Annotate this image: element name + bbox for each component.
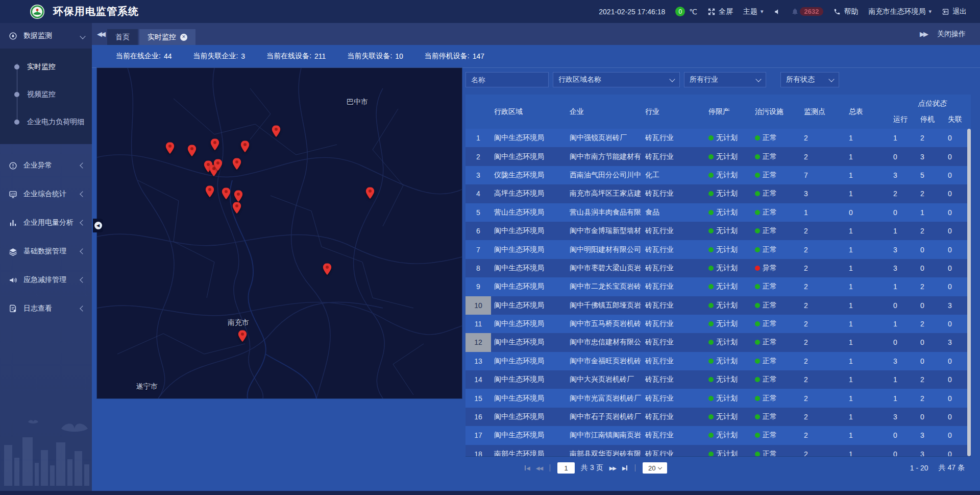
- status-dot-icon: [755, 154, 760, 159]
- sidebar-subitem[interactable]: 企业电力负荷明细: [0, 108, 92, 136]
- sidebar-item[interactable]: 企业异常: [0, 151, 92, 180]
- sidebar-item[interactable]: 企业综合统计: [0, 180, 92, 208]
- tab[interactable]: 实时监控 ✕: [139, 29, 195, 45]
- row-limit-status: 无计划: [708, 296, 754, 315]
- map-pin-icon[interactable]: [233, 202, 241, 214]
- last-page-button[interactable]: ▶: [622, 465, 628, 471]
- map-pin-icon[interactable]: [233, 158, 241, 170]
- pager-divider: [635, 464, 635, 472]
- tab-close-icon[interactable]: ✕: [180, 34, 187, 41]
- page-number-input[interactable]: 1: [557, 462, 575, 474]
- row-facility-status: 异常: [754, 259, 804, 277]
- sidebar-item[interactable]: 日志查看: [0, 294, 92, 323]
- chevron-left-icon: [81, 220, 85, 226]
- row-meter-count: 1: [849, 333, 893, 351]
- sidebar-item-data-monitoring[interactable]: 数据监测: [0, 23, 92, 49]
- next-page-button[interactable]: ▶▶: [609, 465, 616, 471]
- map[interactable]: 巴中市 南充市 遂宁市: [97, 68, 462, 398]
- footer-strip: [0, 491, 980, 495]
- table-row[interactable]: 7 阆中生态环境局 阆中明阳建材有限公司 砖瓦行业 无计划 正常 2 1: [465, 240, 971, 258]
- theme-dropdown[interactable]: 主题 ▾: [743, 7, 764, 16]
- status-dot-icon: [708, 247, 714, 252]
- row-index: 9: [465, 277, 491, 296]
- sidebar-subitem[interactable]: 视频监控: [0, 81, 92, 108]
- enterprise-panel: 行政区域名称 所有行业 所有状态 行政区域 企业 行业 停限产 治污设施 监测点…: [465, 68, 971, 483]
- row-industry: 砖瓦行业: [644, 389, 708, 407]
- map-pin-icon[interactable]: [238, 330, 247, 342]
- logout-button[interactable]: 退出: [942, 7, 967, 16]
- table-row[interactable]: 8 阆中生态环境局 阆中市枣碧大梁山页岩 砖瓦行业 无计划 异常 2 1: [465, 259, 971, 277]
- first-page-button[interactable]: ◀: [524, 465, 530, 471]
- table-row[interactable]: 13 阆中生态环境局 阆中市金福旺页岩机砖 砖瓦行业 无计划 正常 2 1: [465, 352, 971, 370]
- status-dot-icon: [708, 414, 714, 419]
- col-group-point-status: 点位状态 运行 停机 失联: [893, 95, 971, 129]
- row-monitor-count: 2: [804, 333, 849, 351]
- map-pin-icon[interactable]: [214, 159, 223, 171]
- map-pin-icon[interactable]: [222, 187, 231, 199]
- map-pin-icon[interactable]: [241, 140, 250, 152]
- map-pin-icon[interactable]: [211, 138, 219, 150]
- table-row[interactable]: 6 阆中生态环境局 阆中市金博瑞新型墙材 砖瓦行业 无计划 正常 2 1: [465, 222, 971, 240]
- map-pin-icon[interactable]: [188, 145, 197, 156]
- row-monitor-count: 2: [804, 277, 849, 296]
- sidebar-item[interactable]: 基础数据管理: [0, 237, 92, 266]
- row-facility-status: 正常: [754, 315, 804, 333]
- table-scrollbar[interactable]: [967, 129, 971, 456]
- map-pin-icon[interactable]: [166, 142, 175, 154]
- table-row[interactable]: 12 阆中生态环境局 阆中市忠信建材有限公 砖瓦行业 无计划 正常 2 1: [465, 333, 971, 351]
- tabs-scroll-right-icon[interactable]: ▶▶: [920, 30, 927, 38]
- row-region: 仪陇生态环境局: [491, 166, 568, 184]
- sidebar-collapse-handle[interactable]: ◀: [93, 219, 103, 232]
- speaker-icon[interactable]: [774, 8, 781, 16]
- tabs-scroll-left-icon[interactable]: ◀◀: [97, 30, 104, 38]
- fullscreen-button[interactable]: 全屏: [707, 7, 733, 16]
- table-row[interactable]: 5 营山生态环境局 营山县润丰肉食品有限 食品 无计划 正常 1 0: [465, 203, 971, 222]
- org-dropdown[interactable]: 南充市生态环境局 ▾: [868, 7, 932, 16]
- row-limit-status: 无计划: [708, 166, 754, 184]
- close-operations-button[interactable]: 关闭操作: [937, 30, 966, 39]
- datetime-label: 2021-02-25 17:46:18: [599, 8, 665, 16]
- map-pin-icon[interactable]: [272, 125, 281, 137]
- table-row[interactable]: 10 阆中生态环境局 阆中千佛镇五郎垭页岩 砖瓦行业 无计划 正常 2 1: [465, 296, 971, 315]
- region-select[interactable]: 行政区域名称: [553, 72, 680, 87]
- table-row[interactable]: 9 阆中生态环境局 阆中市二龙长宝页岩砖 砖瓦行业 无计划 正常 2 1: [465, 277, 971, 296]
- row-stop-count: 3: [920, 153, 948, 161]
- row-monitor-count: 2: [804, 352, 849, 370]
- sidebar-subitem[interactable]: 实时监控: [0, 53, 92, 81]
- table-row[interactable]: 16 阆中生态环境局 阆中市石子页岩机砖厂 砖瓦行业 无计划 正常 2 1: [465, 408, 971, 426]
- prev-page-button[interactable]: ◀◀: [536, 465, 543, 471]
- sidebar-item[interactable]: 应急减排管理: [0, 266, 92, 294]
- row-company: 南充市高坪区王家店建: [568, 184, 644, 203]
- map-pin-icon[interactable]: [234, 190, 243, 202]
- row-industry: 砖瓦行业: [644, 147, 708, 166]
- temperature-unit: ℃: [689, 8, 697, 16]
- table-row[interactable]: 3 仪陇生态环境局 西南油气田分公司川中 化工 无计划 正常 7 1: [465, 166, 971, 184]
- row-monitor-count: 7: [804, 166, 849, 184]
- table-row[interactable]: 11 阆中生态环境局 阆中市五马桥页岩机砖 砖瓦行业 无计划 正常 2 1: [465, 315, 971, 333]
- table-row[interactable]: 14 阆中生态环境局 阆中大兴页岩机砖厂 砖瓦行业 无计划 正常 2 1: [465, 370, 971, 389]
- name-search-input[interactable]: [465, 72, 549, 87]
- row-run-count: 0: [893, 450, 920, 456]
- tab[interactable]: 首页 ✕: [107, 29, 138, 45]
- row-index: 10: [465, 296, 491, 315]
- help-button[interactable]: 帮助: [834, 7, 858, 16]
- table-row[interactable]: 4 高坪生态环境局 南充市高坪区王家店建 砖瓦行业 无计划 正常 3 1: [465, 184, 971, 203]
- table-row[interactable]: 2 阆中生态环境局 阆中市南方节能建材有 砖瓦行业 无计划 正常 2 1: [465, 147, 971, 166]
- row-limit-status: 无计划: [708, 203, 754, 222]
- notifications[interactable]: 2632: [791, 7, 824, 16]
- industry-select[interactable]: 所有行业: [684, 72, 766, 87]
- status-dot-icon: [708, 452, 714, 456]
- page-size-select[interactable]: 20: [643, 462, 667, 474]
- table-row[interactable]: 15 阆中生态环境局 阆中市光富页岩机砖厂 砖瓦行业 无计划 正常 2 1: [465, 389, 971, 407]
- map-pin-icon[interactable]: [206, 185, 214, 197]
- row-point-status: 0 0 3: [893, 333, 971, 351]
- map-pin-icon[interactable]: [323, 263, 332, 275]
- table-row[interactable]: 17 阆中生态环境局 阆中市江南镇阆南页岩 砖瓦行业 无计划 正常 2 1: [465, 426, 971, 444]
- table-row[interactable]: 18 南部生态环境局 南部县双华页岩砖有限 砖瓦行业 无计划 正常 2 1: [465, 445, 971, 456]
- status-select[interactable]: 所有状态: [780, 72, 839, 87]
- map-pin-icon[interactable]: [366, 187, 375, 199]
- table-row[interactable]: 1 阆中生态环境局 阆中强锐页岩砖厂 砖瓦行业 无计划 正常 2 1: [465, 129, 971, 147]
- row-limit-status: 无计划: [708, 147, 754, 166]
- sidebar-item[interactable]: 企业用电量分析: [0, 208, 92, 237]
- row-region: 营山生态环境局: [491, 203, 568, 222]
